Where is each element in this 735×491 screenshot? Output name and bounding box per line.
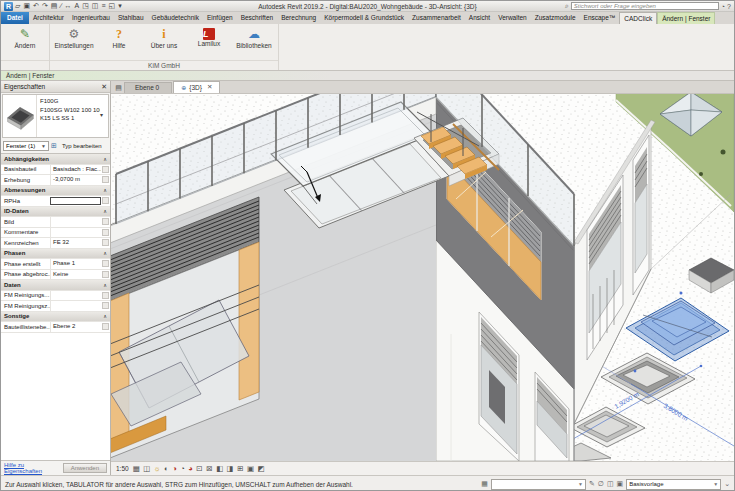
type-selector[interactable]: F100G F100SG W102 100 100 K15 LS SS 1 ▾ [2, 94, 109, 138]
property-value[interactable] [50, 228, 101, 238]
view-control-icon[interactable]: ◕ [188, 464, 193, 473]
qat-icon[interactable]: ◳ [82, 1, 89, 11]
qat-icon[interactable]: ◱ [109, 1, 116, 11]
property-row[interactable]: Basisbauteil Basisdach : Flac... [1, 165, 110, 176]
ribbon-tab[interactable]: Zusammenarbeit [408, 12, 465, 24]
ribbon-tab[interactable]: Zusatzmodule [531, 12, 580, 24]
qat-icon[interactable]: ▱ [15, 1, 20, 11]
view-control-icon[interactable]: ⊡ [196, 464, 202, 473]
property-row[interactable]: Abhängigkeiten [1, 154, 110, 165]
ribbon-button[interactable]: ⚙ Einstellungen [52, 25, 96, 60]
chevron-down-icon[interactable]: ▾ [100, 95, 108, 137]
qat-icon[interactable]: ▣ [23, 1, 30, 11]
property-row[interactable]: Bild [1, 217, 110, 228]
filter-icon[interactable]: ⌄ [724, 480, 730, 488]
qat-icon[interactable]: ↶ [33, 1, 39, 11]
revit-logo[interactable]: R [4, 2, 13, 11]
property-value[interactable] [50, 301, 101, 311]
view-list-icon[interactable]: ▤ [113, 84, 124, 93]
view-control-icon[interactable]: ⊠ [206, 464, 212, 473]
property-row[interactable]: Erhebung -3,0700 m [1, 175, 110, 186]
close-icon[interactable]: ✕ [207, 83, 212, 91]
property-row[interactable]: ID-Daten [1, 207, 110, 218]
property-value[interactable]: Basisdach : Flac... [50, 165, 101, 175]
view-control-icon[interactable]: ◧ [216, 464, 223, 473]
selection-grip[interactable] [680, 292, 683, 295]
view-control-icon[interactable]: ⊞ [237, 464, 243, 473]
ribbon-tab[interactable]: Architektur [29, 12, 68, 24]
scale-control[interactable]: 1:50 [116, 465, 129, 472]
search-input[interactable]: Stichwort oder Frage eingeben [571, 2, 719, 10]
property-value[interactable]: Keine [50, 270, 101, 280]
qat-icon[interactable]: ▤ [51, 1, 58, 11]
property-browse-button[interactable] [102, 239, 109, 246]
view-tab[interactable]: ⊕ {3D} ✕ [173, 81, 220, 93]
property-browse-button[interactable] [102, 197, 109, 204]
view-control-icon[interactable]: ◫ [143, 464, 150, 473]
ribbon-tab[interactable]: Ingenieurbau [68, 12, 114, 24]
editable-only-icon[interactable]: ✎ [589, 480, 595, 488]
ribbon-tab[interactable]: Ansicht [465, 12, 494, 24]
property-row[interactable]: Phasen [1, 249, 110, 260]
property-browse-button[interactable] [102, 218, 109, 225]
view-control-icon[interactable]: ◔ [180, 464, 185, 473]
modify-button[interactable]: ✎ Ändern [3, 25, 47, 60]
property-row[interactable]: FM Reinigungsz... [1, 301, 110, 312]
view-control-icon[interactable]: ◨ [227, 464, 234, 473]
view-control-icon[interactable]: ☼ [154, 464, 161, 473]
ribbon-tab[interactable]: Beschriften [237, 12, 278, 24]
qat-icon[interactable]: ◫ [92, 1, 99, 11]
property-row[interactable]: Phase erstellt Phase 1 [1, 259, 110, 270]
3d-viewport[interactable]: 1,9200 m 3,8000 m [111, 94, 734, 461]
view-control-icon[interactable]: ▣ [247, 464, 254, 473]
qat-icon[interactable]: ∕ [60, 1, 61, 11]
ribbon-tab[interactable]: Enscape™ [580, 12, 620, 24]
ribbon-button[interactable]: ? Hilfe [97, 25, 141, 60]
design-options-select[interactable]: Basisvorlage▼ [626, 479, 721, 490]
view-control-icon[interactable]: ◑ [172, 464, 177, 473]
property-browse-button[interactable] [102, 166, 109, 173]
signin-icon[interactable]: ◔ [721, 3, 725, 10]
property-value[interactable] [50, 291, 101, 301]
close-icon[interactable]: ✕ [101, 83, 107, 91]
ribbon-tab[interactable]: CADClick [619, 12, 657, 24]
view-control-icon[interactable]: ▦ [133, 464, 140, 473]
property-value[interactable]: -3,0700 m [50, 175, 101, 185]
select-pinned-icon[interactable]: ▣ [617, 480, 624, 488]
property-browse-button[interactable] [102, 292, 109, 299]
qat-icon[interactable]: ↷ [42, 1, 48, 11]
property-value[interactable]: FE 32 [50, 238, 101, 248]
ribbon-tab[interactable]: Datei [1, 12, 29, 24]
ribbon-button[interactable]: i Über uns [142, 25, 186, 60]
element-filter-select[interactable]: Fenster (1)▼ [3, 141, 49, 151]
select-link-icon[interactable]: ◫ [607, 480, 614, 488]
ribbon-button[interactable]: ☁ Bibliotheken [232, 25, 276, 60]
ribbon-tab[interactable]: Einfügen [203, 12, 237, 24]
view-tab[interactable]: Ebene 0 [124, 82, 172, 93]
qat-icon[interactable]: ≡ [101, 1, 105, 11]
property-row[interactable]: Abmessungen [1, 186, 110, 197]
property-browse-button[interactable] [102, 176, 109, 183]
property-value[interactable] [50, 217, 101, 227]
property-row[interactable]: RPHa [1, 196, 110, 207]
worksets-icon[interactable]: ▦ [481, 480, 488, 488]
property-row[interactable]: FM Reinigungs... [1, 291, 110, 302]
apply-button[interactable]: Anwenden [63, 463, 107, 473]
property-row[interactable]: Sonstige [1, 312, 110, 323]
property-browse-button[interactable] [102, 229, 109, 236]
qat-icon[interactable]: ▾ [118, 1, 122, 11]
edit-type-button[interactable]: Typ bearbeiten [59, 141, 105, 151]
ribbon-tab[interactable]: Körpermodell & Grundstück [320, 12, 408, 24]
ribbon-tab[interactable]: Gebäudetechnik [148, 12, 203, 24]
property-value[interactable]: Phase 1 [50, 259, 101, 269]
property-browse-button[interactable] [102, 271, 109, 278]
ribbon-tab[interactable]: Berechnung [277, 12, 320, 24]
worksets-select[interactable]: ▼ [491, 479, 586, 490]
ribbon-tab[interactable]: Verwalten [494, 12, 531, 24]
property-value[interactable] [50, 197, 101, 205]
property-value[interactable]: Ebene 2 [50, 322, 101, 332]
property-browse-button[interactable] [102, 323, 109, 330]
property-row[interactable]: Kommentare [1, 228, 110, 239]
property-row[interactable]: Daten [1, 280, 110, 291]
qat-icon[interactable]: A [75, 1, 80, 11]
